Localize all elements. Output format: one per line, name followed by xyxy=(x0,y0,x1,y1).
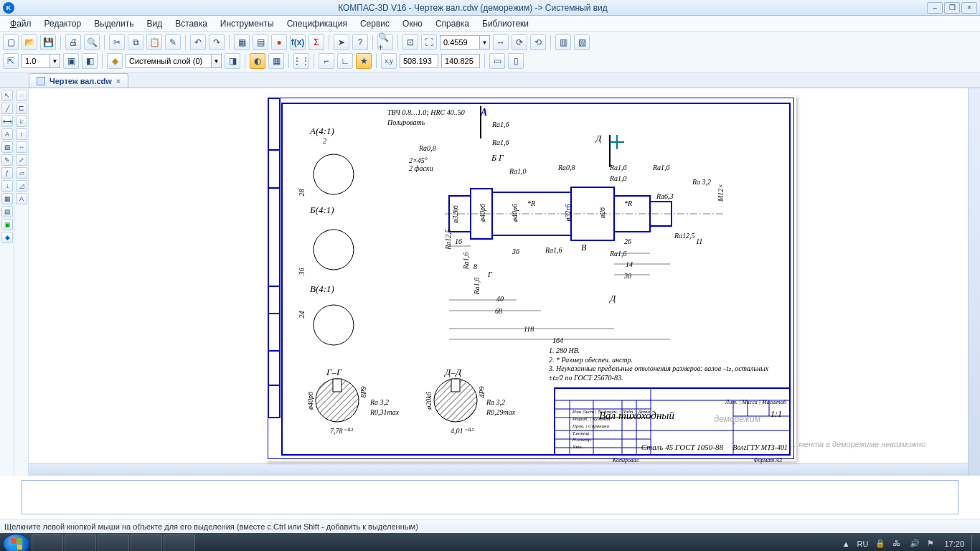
drawing-canvas[interactable]: ТВЧ 0.8…1.0; HRC 40..50 Полировать А Д А… xyxy=(29,88,980,476)
task-app-5[interactable] xyxy=(164,534,195,551)
zoom-window-button[interactable]: ⊡ xyxy=(402,34,418,50)
rotate-button[interactable]: ⟳ xyxy=(512,34,527,50)
tool-c[interactable]: ● xyxy=(271,34,287,50)
minimize-button[interactable]: – xyxy=(927,2,943,14)
vtool-dim[interactable]: ⟷ xyxy=(1,116,13,127)
doc-tab-close-icon[interactable]: × xyxy=(116,77,121,85)
tray-lang[interactable]: RU xyxy=(857,540,869,548)
vtool-param[interactable]: ƒ xyxy=(1,167,13,179)
vtool-select[interactable]: ↖ xyxy=(1,90,13,101)
ortho-button[interactable]: ◐ xyxy=(250,53,265,69)
vtool-text[interactable]: A xyxy=(1,128,13,140)
tray-flag-icon[interactable]: 🔒 xyxy=(875,539,885,549)
vtool-edit[interactable]: ✎ xyxy=(1,154,13,166)
new-button[interactable]: ▢ xyxy=(3,34,19,50)
redo-button[interactable]: ↷ xyxy=(209,34,225,50)
tray-expand-icon[interactable]: ▲ xyxy=(842,540,850,548)
coord-y-input[interactable] xyxy=(441,54,480,68)
grid-button[interactable]: ▦ xyxy=(268,53,284,69)
menu-insert[interactable]: Вставка xyxy=(169,17,213,30)
help-cursor-button[interactable]: ? xyxy=(352,34,368,50)
menu-spec[interactable]: Спецификация xyxy=(281,17,353,30)
copy-button[interactable]: ⧉ xyxy=(128,34,143,50)
scale-combo[interactable]: ▼ xyxy=(22,54,60,68)
vtool-spec[interactable]: ▤ xyxy=(1,206,13,217)
menu-service[interactable]: Сервис xyxy=(354,17,395,30)
coord-x-input[interactable] xyxy=(400,54,438,68)
vtool-aux6[interactable]: ⤢ xyxy=(16,154,27,166)
vtool-line[interactable]: ╱ xyxy=(1,103,13,114)
print-button[interactable]: 🖨 xyxy=(65,34,81,50)
zoom-input[interactable] xyxy=(440,35,480,50)
refresh-button[interactable]: ⟲ xyxy=(530,34,546,50)
style-button[interactable]: ◧ xyxy=(82,53,98,69)
angle-button[interactable]: ∟ xyxy=(337,53,353,69)
vtool-aux4[interactable]: ↕ xyxy=(16,128,27,140)
menu-help[interactable]: Справка xyxy=(430,17,475,30)
layer-mgr-button[interactable]: ◨ xyxy=(225,53,240,69)
tool-b[interactable]: ▤ xyxy=(253,34,268,50)
zoom-dropdown-icon[interactable]: ▼ xyxy=(480,35,490,50)
cut-button[interactable]: ✂ xyxy=(109,34,125,50)
task-app-4[interactable] xyxy=(131,534,162,551)
misc-2[interactable]: ▯ xyxy=(508,53,524,69)
xy-button[interactable]: x,y xyxy=(381,53,397,69)
zoom-in-button[interactable]: 🔍+ xyxy=(377,34,393,50)
menu-libs[interactable]: Библиотеки xyxy=(476,17,534,30)
extra-a[interactable]: ▥ xyxy=(555,34,571,50)
task-app-1[interactable] xyxy=(32,534,63,551)
fx-button[interactable]: f(x) xyxy=(290,34,306,50)
layer-input[interactable] xyxy=(126,54,212,68)
pan-button[interactable]: ↔ xyxy=(493,34,509,50)
layer-combo[interactable]: ▼ xyxy=(126,54,222,68)
task-app-2[interactable] xyxy=(65,534,96,551)
coord-origin-button[interactable]: ⌐ xyxy=(319,53,334,69)
views-button[interactable]: ▣ xyxy=(63,53,79,69)
save-button[interactable]: 💾 xyxy=(40,34,56,50)
menu-tools[interactable]: Инструменты xyxy=(215,17,280,30)
misc-1[interactable]: ▭ xyxy=(489,53,505,69)
extra-b[interactable]: ▧ xyxy=(574,34,590,50)
task-app-3[interactable] xyxy=(98,534,129,551)
layer-ic-button[interactable]: ◆ xyxy=(107,53,123,69)
vtool-sel2[interactable]: ▦ xyxy=(1,193,13,204)
start-button[interactable] xyxy=(3,534,30,551)
vtool-aux5[interactable]: ↔ xyxy=(16,141,27,153)
menu-view[interactable]: Вид xyxy=(141,17,169,30)
tray-act-icon[interactable]: ⚑ xyxy=(927,539,937,549)
preview-button[interactable]: 🔍 xyxy=(84,34,100,50)
vtool-aux7[interactable]: ▱ xyxy=(16,167,27,179)
scale-dropdown-icon[interactable]: ▼ xyxy=(50,54,60,68)
tray-clock[interactable]: 17:20 xyxy=(944,540,964,548)
vtool-hatch[interactable]: ▨ xyxy=(1,141,13,153)
property-panel-inner[interactable] xyxy=(22,480,958,514)
tray-net-icon[interactable]: 🖧 xyxy=(892,539,903,549)
vtool-aux8[interactable]: ◿ xyxy=(16,180,27,192)
zoom-fit-button[interactable]: ⛶ xyxy=(421,34,437,50)
tool-a[interactable]: ▦ xyxy=(234,34,250,50)
snap-grid-button[interactable]: ⋮⋮ xyxy=(293,53,309,69)
vtool-aux2[interactable]: ⊏ xyxy=(16,103,27,114)
zoom-combo[interactable]: ▼ xyxy=(440,35,490,50)
highlight-button[interactable]: ★ xyxy=(356,53,372,69)
menu-select[interactable]: Выделить xyxy=(88,17,139,30)
show-desktop-button[interactable] xyxy=(971,535,977,551)
scale-input[interactable] xyxy=(22,54,50,68)
vtool-aux1[interactable]: ⎓ xyxy=(16,90,27,101)
vtool-aux9[interactable]: A xyxy=(16,193,27,204)
pointer-button[interactable]: ➤ xyxy=(334,34,349,50)
vtool-meas[interactable]: ⟂ xyxy=(1,180,13,192)
properties-button[interactable]: ✎ xyxy=(165,34,181,50)
tray-vol-icon[interactable]: 🔊 xyxy=(910,539,920,549)
vtool-aux3[interactable]: ⟀ xyxy=(16,116,27,127)
vtool-rep[interactable]: ▣ xyxy=(1,219,13,230)
menu-file[interactable]: Файл xyxy=(4,17,37,30)
open-button[interactable]: 📂 xyxy=(22,34,37,50)
close-button[interactable]: × xyxy=(961,2,977,14)
snap-button[interactable]: ⇱ xyxy=(3,53,19,69)
menu-window[interactable]: Окно xyxy=(397,17,428,30)
menu-edit[interactable]: Редактор xyxy=(39,17,88,30)
vtool-extra[interactable]: ◆ xyxy=(1,232,13,243)
layer-dropdown-icon[interactable]: ▼ xyxy=(212,54,222,68)
paste-button[interactable]: 📋 xyxy=(146,34,162,50)
